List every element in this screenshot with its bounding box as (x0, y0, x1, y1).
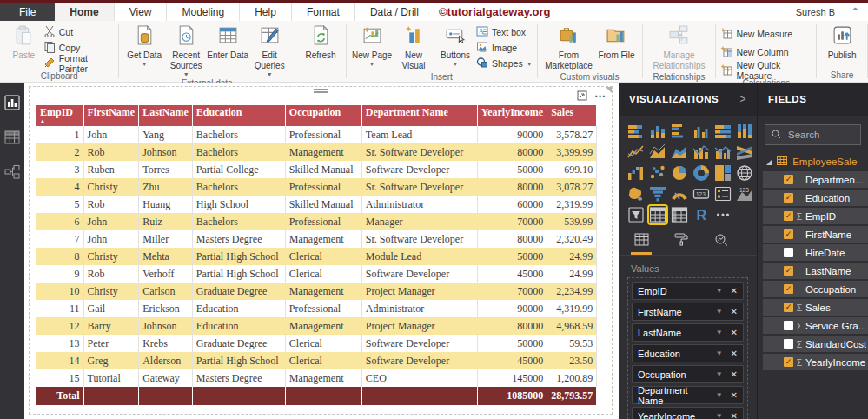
stacked-bar-chart-icon[interactable] (627, 123, 645, 140)
column-header-sales[interactable]: Sales (547, 105, 597, 126)
funnel-icon[interactable] (649, 185, 666, 203)
collapse-ribbon-icon[interactable]: ⌃ (851, 3, 859, 21)
stacked-area-chart-icon[interactable] (671, 143, 688, 161)
model-view-button[interactable] (4, 164, 20, 180)
report-view-button[interactable] (4, 95, 20, 110)
value-well-empid[interactable]: EmpID▼✕ (632, 282, 744, 300)
field-item-firstname[interactable]: ✓FirstName (763, 226, 868, 243)
new-quick-measure-button[interactable]: New Quick Measure (720, 63, 812, 77)
field-options-caret-icon[interactable]: ▼ (716, 370, 723, 378)
remove-field-icon[interactable]: ✕ (731, 307, 738, 316)
format-painter-button[interactable]: Format Painter (43, 57, 114, 70)
tab-format[interactable]: Format (292, 3, 355, 21)
remove-field-icon[interactable]: ✕ (731, 328, 738, 337)
tab-data-drill[interactable]: Data / Drill (355, 3, 434, 21)
value-well-yearlyincome[interactable]: YearlyIncome▼✕ (632, 407, 744, 419)
visual-more-options-icon[interactable]: ⋯ (594, 92, 606, 101)
data-view-button[interactable] (4, 130, 20, 145)
remove-field-icon[interactable]: ✕ (731, 286, 738, 296)
field-checkbox[interactable] (784, 321, 793, 330)
visual-resize-handle[interactable] (606, 87, 612, 93)
clustered-column-chart-icon[interactable] (692, 123, 710, 140)
remove-field-icon[interactable]: ✕ (731, 349, 738, 358)
column-header-yearlyincome[interactable]: YearlyIncome (477, 105, 547, 126)
field-item-departmen[interactable]: ✓Departmen... (763, 171, 868, 188)
map-icon[interactable] (736, 164, 753, 182)
column-header-firstname[interactable]: FirstName (83, 105, 139, 126)
more-options-icon[interactable] (714, 206, 732, 223)
slicer-icon[interactable] (627, 206, 645, 223)
from-marketplace-button[interactable]: From Marketplace (542, 23, 596, 71)
publish-button[interactable]: Publish (821, 23, 863, 61)
waterfall-chart-icon[interactable] (627, 164, 645, 182)
tab-modeling[interactable]: Modeling (167, 3, 240, 21)
table-icon[interactable] (649, 206, 666, 223)
remove-field-icon[interactable]: ✕ (731, 390, 738, 400)
cut-button[interactable]: Cut (43, 25, 114, 39)
line-chart-icon[interactable] (627, 143, 645, 161)
column-header-department-name[interactable]: Department Name (361, 105, 477, 126)
field-checkbox[interactable]: ✓ (784, 357, 793, 367)
field-item-standardcost[interactable]: ΣStandardCost (763, 336, 868, 352)
column-header-lastname[interactable]: LastName (139, 105, 193, 126)
value-well-lastname[interactable]: LastName▼✕ (632, 323, 744, 342)
tab-view[interactable]: View (115, 3, 168, 21)
new-column-button[interactable]: New Column (720, 45, 812, 59)
value-well-firstname[interactable]: FirstName▼✕ (632, 303, 744, 321)
tab-analytics[interactable] (711, 233, 732, 255)
get-data-button[interactable]: Get Data ▼ (123, 23, 165, 67)
stacked-column-chart-icon[interactable] (649, 123, 666, 140)
fields-table-employeesale[interactable]: ◢ EmployeeSale (758, 152, 868, 171)
field-item-occupation[interactable]: ✓Occupation (763, 281, 868, 297)
expand-triangle-icon[interactable]: ◢ (766, 158, 772, 166)
field-item-yearlyincome[interactable]: ✓ΣYearlyIncome (763, 354, 868, 370)
field-checkbox[interactable]: ✓ (784, 193, 793, 203)
r-script-visual-icon[interactable]: R (692, 206, 710, 223)
field-checkbox[interactable]: ✓ (784, 175, 793, 184)
kpi-icon[interactable]: 123 (736, 185, 753, 203)
100-stacked-column-chart-icon[interactable] (736, 123, 753, 140)
collapse-pane-icon[interactable]: > (739, 93, 746, 105)
field-options-caret-icon[interactable]: ▼ (716, 412, 723, 419)
field-item-hiredate[interactable]: HireDate (763, 244, 868, 261)
text-box-button[interactable]: A Text box (476, 25, 533, 39)
tab-fields[interactable] (631, 233, 652, 255)
multi-row-card-icon[interactable] (714, 185, 732, 203)
gauge-icon[interactable] (671, 185, 688, 203)
field-options-caret-icon[interactable]: ▼ (716, 329, 723, 336)
field-item-education[interactable]: ✓Education (763, 190, 868, 206)
recent-sources-button[interactable]: Recent Sources ▼ (165, 23, 207, 77)
buttons-button[interactable]: Buttons ▼ (434, 23, 476, 67)
tab-file[interactable]: File (0, 3, 55, 21)
value-well-occupation[interactable]: Occupation▼✕ (632, 365, 744, 383)
focus-mode-icon[interactable] (577, 89, 587, 104)
remove-field-icon[interactable]: ✕ (731, 411, 738, 419)
tab-home[interactable]: Home (55, 3, 114, 21)
shapes-button[interactable]: Shapes ▼ (476, 57, 533, 70)
field-checkbox[interactable]: ✓ (784, 284, 793, 294)
field-checkbox[interactable]: ✓ (784, 303, 793, 312)
field-checkbox[interactable]: ✓ (784, 266, 793, 276)
table-visual[interactable]: ⋯ EmpID▲FirstNameLastNameEducationOccupa… (29, 86, 613, 415)
new-measure-button[interactable]: New Measure (720, 27, 812, 41)
field-item-empid[interactable]: ✓ΣEmpID (763, 208, 868, 224)
area-chart-icon[interactable] (649, 143, 666, 161)
field-checkbox[interactable] (784, 248, 793, 257)
new-visual-button[interactable]: New Visual (393, 23, 434, 71)
field-checkbox[interactable] (784, 339, 793, 349)
field-item-sales[interactable]: ✓ΣSales (763, 299, 868, 316)
tab-format[interactable] (671, 233, 692, 255)
matrix-icon[interactable] (671, 206, 688, 223)
paste-button[interactable]: Paste (4, 23, 43, 61)
field-checkbox[interactable]: ✓ (784, 211, 793, 221)
value-well-education[interactable]: Education▼✕ (632, 344, 744, 362)
field-options-caret-icon[interactable]: ▼ (716, 349, 723, 357)
ribbon-chart-icon[interactable] (736, 143, 753, 161)
search-input[interactable] (786, 129, 854, 141)
user-account[interactable]: Suresh B (796, 3, 835, 21)
treemap-icon[interactable] (714, 164, 732, 182)
donut-chart-icon[interactable] (692, 164, 710, 182)
clustered-bar-chart-icon[interactable] (671, 123, 688, 140)
field-item-service-gra[interactable]: ΣService Gra... (763, 317, 868, 334)
pie-chart-icon[interactable] (671, 164, 688, 182)
